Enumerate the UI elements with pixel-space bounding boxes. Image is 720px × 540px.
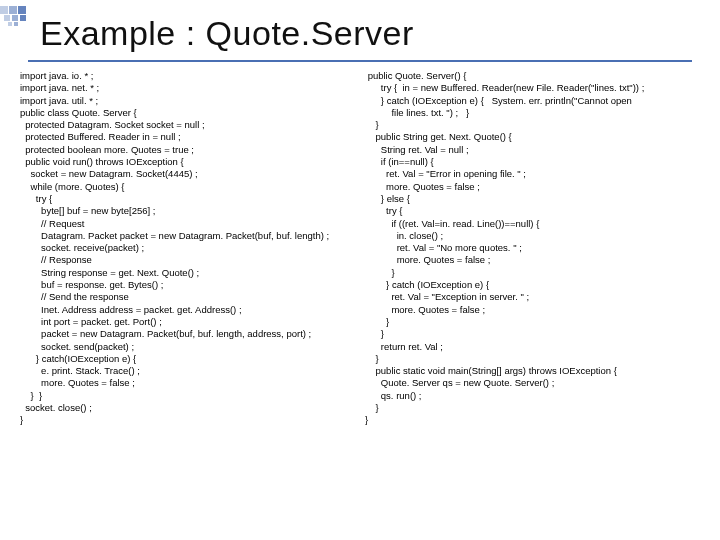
code-area: import java. io. * ; import java. net. *…: [20, 70, 710, 530]
code-column-right: public Quote. Server() { try { in = new …: [365, 70, 710, 530]
code-column-left: import java. io. * ; import java. net. *…: [20, 70, 365, 530]
slide-title: Example : Quote.Server: [40, 14, 414, 53]
slide: Example : Quote.Server import java. io. …: [0, 0, 720, 540]
title-divider: [28, 60, 692, 62]
